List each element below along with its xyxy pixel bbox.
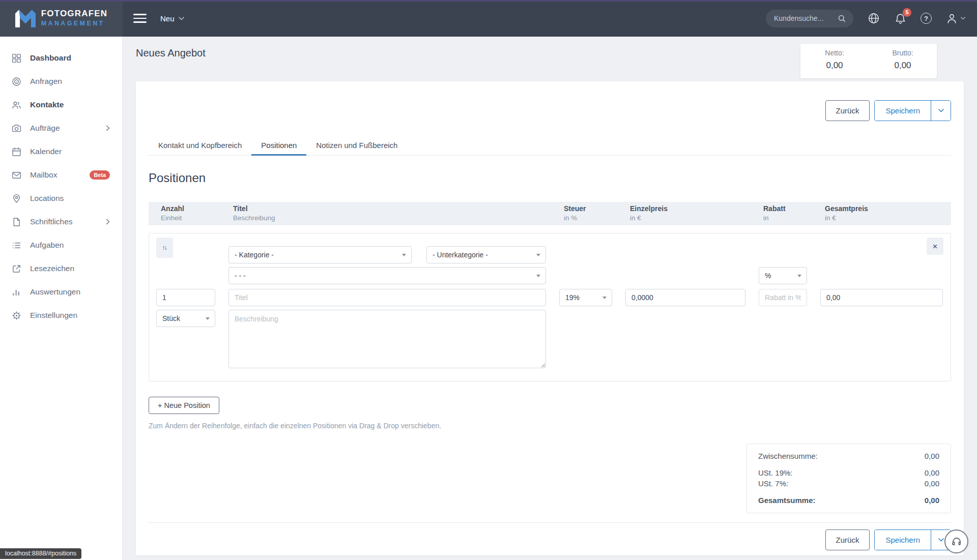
col-titel: TitelBeschreibung <box>228 204 545 223</box>
customer-search <box>766 10 853 27</box>
drag-sort-handle[interactable]: ↑↓ <box>156 238 173 258</box>
brand-logo[interactable]: FOTOGRAFEN MANAGEMENT <box>0 0 123 37</box>
notifications-bell-icon[interactable]: 5 <box>894 12 907 25</box>
sidebar-item-aufgaben[interactable]: Aufgaben <box>0 233 122 257</box>
save-button[interactable]: Speichern <box>875 101 931 121</box>
task-list-icon <box>11 240 22 251</box>
topbar: FOTOGRAFEN MANAGEMENT Neu 5 <box>0 0 977 37</box>
gear-icon <box>11 310 22 321</box>
top-accent-strip <box>0 0 977 2</box>
netto-label: Netto: <box>800 49 869 57</box>
account-menu-button[interactable] <box>945 12 965 25</box>
target-icon <box>11 76 22 87</box>
people-icon <box>11 100 22 110</box>
sidebar-item-dashboard[interactable]: Dashboard <box>0 46 122 70</box>
subcategory-select[interactable]: - Unterkategorie - <box>426 246 546 263</box>
help-icon[interactable]: ? <box>921 13 932 24</box>
brutto-label: Brutto: <box>869 49 937 57</box>
category-select[interactable]: - Kategorie - <box>228 246 412 263</box>
total-price-input[interactable] <box>820 289 943 306</box>
netto-value: 0,00 <box>800 61 869 71</box>
tab-notizen-und-fussbereich[interactable]: Notizen und Fußbereich <box>306 135 407 155</box>
sidebar-item-schriftliches[interactable]: Schriftliches <box>0 210 122 233</box>
tax-select[interactable]: 19% <box>559 289 612 306</box>
chevron-down-icon <box>961 17 965 20</box>
sidebar-item-einstellungen[interactable]: Einstellungen <box>0 304 122 327</box>
support-chat-button[interactable] <box>944 529 968 553</box>
sidebar: Dashboard Anfragen Kontakte Aufträge Kal… <box>0 37 123 560</box>
quantity-input[interactable] <box>156 289 215 306</box>
preset-select[interactable]: - - - <box>228 267 546 284</box>
col-gesamtpreis: Gesamtpreisin € <box>820 204 942 223</box>
toolbar-bottom: Zurück Speichern <box>149 529 951 550</box>
bar-chart-icon <box>11 287 22 298</box>
sidebar-item-kontakte[interactable]: Kontakte <box>0 93 122 116</box>
remove-position-button[interactable]: × <box>927 238 943 255</box>
document-icon <box>11 217 22 227</box>
summary-row-ust19: USt. 19%:0,00 <box>758 467 939 478</box>
title-input[interactable] <box>228 289 546 306</box>
chevron-right-icon <box>106 219 110 225</box>
chevron-down-icon <box>602 297 607 299</box>
page-head: Neues Angebot Netto: 0,00 Brutto: 0,00 <box>123 37 977 81</box>
sidebar-item-lesezeichen[interactable]: Lesezeichen <box>0 257 122 280</box>
user-icon <box>945 12 958 25</box>
col-anzahl: AnzahlEinheit <box>156 204 215 223</box>
unit-select[interactable]: Stück <box>156 310 215 327</box>
summary-row-ust7: USt. 7%:0,00 <box>758 478 939 489</box>
app-root: FOTOGRAFEN MANAGEMENT Neu 5 <box>0 0 977 560</box>
calendar-icon <box>11 146 22 157</box>
summary-row-gesamtsumme: Gesamtsumme:0,00 <box>758 495 939 506</box>
sidebar-item-anfragen[interactable]: Anfragen <box>0 70 122 93</box>
brand-line2: MANAGEMENT <box>41 20 108 27</box>
positions-table-header: AnzahlEinheit TitelBeschreibung Steuerin… <box>149 202 951 225</box>
col-steuer: Steuerin % <box>559 204 612 223</box>
chevron-right-icon <box>106 125 110 131</box>
tab-positionen[interactable]: Positionen <box>251 135 306 155</box>
drag-drop-hint: Zum Ändern der Reihenfolge, einfach die … <box>149 422 951 430</box>
save-options-button[interactable] <box>931 101 951 121</box>
brand-m-icon <box>15 10 36 27</box>
chevron-down-icon <box>206 317 210 320</box>
search-icon[interactable] <box>837 14 847 25</box>
neu-label: Neu <box>160 14 175 23</box>
help-glyph: ? <box>924 15 928 22</box>
beta-badge: Beta <box>90 170 110 180</box>
discount-input[interactable] <box>759 289 807 306</box>
topbar-right: 5 ? <box>766 10 977 27</box>
sidebar-item-locations[interactable]: Locations <box>0 187 122 210</box>
save-button[interactable]: Speichern <box>875 530 931 550</box>
chevron-down-icon <box>179 17 184 20</box>
totals-summary-box: Zwischensumme:0,00 USt. 19%:0,00 USt. 7%… <box>746 444 951 513</box>
save-split-button: Speichern <box>874 529 951 550</box>
toolbar-top: Zurück Speichern <box>149 81 951 121</box>
back-button[interactable]: Zurück <box>825 100 870 121</box>
back-button[interactable]: Zurück <box>825 529 870 550</box>
tab-kontakt-und-kopfbereich[interactable]: Kontakt und Kopfbereich <box>149 135 251 155</box>
description-textarea[interactable] <box>228 310 546 368</box>
hamburger-menu-icon[interactable] <box>133 14 147 23</box>
sidebar-item-mailbox[interactable]: Mailbox Beta <box>0 163 122 187</box>
form-card: Zurück Speichern Kontakt und Kopfbereich… <box>136 81 964 555</box>
notification-count-badge: 5 <box>903 8 911 17</box>
bottom-divider <box>149 522 951 523</box>
dashboard-icon <box>11 53 22 64</box>
sidebar-item-auftraege[interactable]: Aufträge <box>0 116 122 140</box>
page-title: Neues Angebot <box>136 47 206 59</box>
neu-dropdown-button[interactable]: Neu <box>160 14 184 23</box>
chevron-down-icon <box>536 275 540 277</box>
chevron-down-icon <box>536 254 540 256</box>
discount-unit-select[interactable]: % <box>759 267 807 284</box>
add-position-button[interactable]: + Neue Position <box>149 397 219 414</box>
globe-icon[interactable] <box>867 12 880 25</box>
tab-bar: Kontakt und Kopfbereich Positionen Notiz… <box>149 135 951 156</box>
main-content: Neues Angebot Netto: 0,00 Brutto: 0,00 Z… <box>123 37 977 560</box>
sidebar-item-auswertungen[interactable]: Auswertungen <box>0 280 122 304</box>
chevron-down-icon <box>797 275 801 277</box>
headset-icon <box>951 536 963 548</box>
sidebar-item-kalender[interactable]: Kalender <box>0 140 122 163</box>
map-pin-icon <box>11 193 22 204</box>
position-row: × ↑↓ - Kategorie - - Unterkategorie - <box>149 233 951 381</box>
col-einzelpreis: Einzelpreisin € <box>625 204 745 223</box>
unit-price-input[interactable] <box>625 289 745 306</box>
